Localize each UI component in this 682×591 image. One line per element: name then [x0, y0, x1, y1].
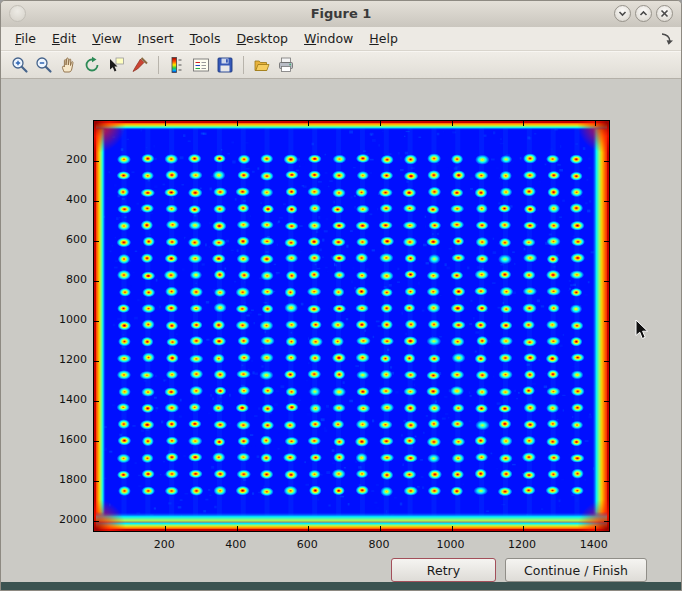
maximize-button[interactable] [635, 5, 652, 22]
menu-item-tools[interactable]: Tools [182, 28, 229, 50]
menubar: File Edit View Insert Tools Desktop Wind… [1, 27, 681, 51]
hand-icon [58, 55, 78, 75]
mouse-cursor [635, 319, 650, 341]
legend-icon [191, 55, 211, 75]
arrow-cursor-icon [635, 319, 650, 341]
colorbar-icon [167, 55, 187, 75]
y-tick-label: 2000 [43, 514, 87, 526]
data-cursor-icon [106, 55, 126, 75]
menu-item-view[interactable]: View [84, 28, 130, 50]
continue-finish-button[interactable]: Continue / Finish [505, 558, 647, 582]
x-tick-label: 1400 [574, 539, 614, 551]
zoom-in-icon [10, 55, 30, 75]
figure-window: Figure 1 File Edit View Insert Tools Des… [0, 0, 682, 591]
toolbar-separator [243, 56, 244, 74]
x-tick-label: 600 [287, 539, 327, 551]
x-tick-label: 200 [144, 539, 184, 551]
y-tick-label: 1400 [43, 394, 87, 406]
close-icon [660, 9, 669, 18]
zoom-out-button[interactable] [33, 54, 55, 76]
plot-frame [93, 120, 610, 532]
insert-legend-button[interactable] [190, 54, 212, 76]
y-tick-label: 1800 [43, 474, 87, 486]
menu-item-desktop[interactable]: Desktop [228, 28, 296, 50]
menu-item-help[interactable]: Help [361, 28, 406, 50]
pan-button[interactable] [57, 54, 79, 76]
save-figure-button[interactable] [214, 54, 236, 76]
x-tick-label: 400 [216, 539, 256, 551]
y-tick-label: 1600 [43, 434, 87, 446]
minimize-button[interactable] [614, 5, 631, 22]
y-tick-label: 1000 [43, 314, 87, 326]
rotate-icon [82, 55, 102, 75]
insert-colorbar-button[interactable] [166, 54, 188, 76]
menu-item-edit[interactable]: Edit [44, 28, 84, 50]
open-file-button[interactable] [251, 54, 273, 76]
rotate-3d-button[interactable] [81, 54, 103, 76]
print-figure-button[interactable] [275, 54, 297, 76]
y-tick-label: 200 [43, 154, 87, 166]
toolbar [1, 51, 681, 79]
close-button[interactable] [656, 5, 673, 22]
titlebar[interactable]: Figure 1 [1, 1, 681, 28]
retry-button[interactable]: Retry [391, 558, 496, 582]
curved-arrow-icon [659, 31, 675, 47]
chevron-up-icon [639, 9, 648, 18]
menu-item-window[interactable]: Window [296, 28, 361, 50]
window-controls [614, 5, 673, 22]
y-tick-label: 1200 [43, 354, 87, 366]
plot-image [94, 121, 609, 531]
folder-open-icon [252, 55, 272, 75]
brush-icon [130, 55, 150, 75]
window-title: Figure 1 [1, 6, 681, 21]
y-tick-label: 600 [43, 234, 87, 246]
zoom-in-button[interactable] [9, 54, 31, 76]
y-tick-label: 800 [43, 274, 87, 286]
toolbar-separator [158, 56, 159, 74]
x-tick-label: 1000 [431, 539, 471, 551]
y-tick-label: 400 [43, 194, 87, 206]
menu-item-insert[interactable]: Insert [130, 28, 182, 50]
brush-button[interactable] [129, 54, 151, 76]
x-tick-label: 800 [359, 539, 399, 551]
menu-item-file[interactable]: File [7, 28, 44, 50]
bottom-strip [1, 582, 681, 590]
chevron-down-icon [618, 9, 627, 18]
figure-canvas: Retry Continue / Finish 2004006008001000… [1, 79, 681, 582]
data-cursor-button[interactable] [105, 54, 127, 76]
dock-figure-icon[interactable] [659, 31, 675, 47]
zoom-out-icon [34, 55, 54, 75]
printer-icon [276, 55, 296, 75]
save-icon [215, 55, 235, 75]
x-tick-label: 1200 [502, 539, 542, 551]
